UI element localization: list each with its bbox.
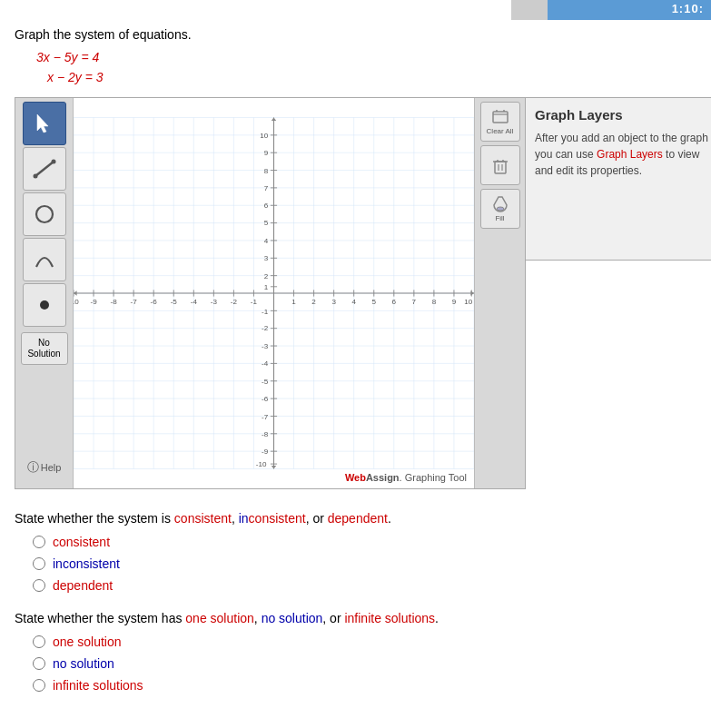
svg-text:-10: -10 bbox=[74, 297, 79, 305]
watermark-assign: Assign bbox=[366, 472, 400, 483]
svg-text:10: 10 bbox=[260, 132, 268, 140]
svg-text:-8: -8 bbox=[111, 297, 118, 305]
svg-text:-8: -8 bbox=[262, 429, 269, 438]
svg-point-145 bbox=[497, 207, 504, 211]
point-tool-button[interactable] bbox=[23, 283, 66, 327]
svg-line-1 bbox=[35, 162, 54, 176]
svg-text:-4: -4 bbox=[262, 359, 269, 368]
timer-text: 1:10: bbox=[672, 2, 704, 15]
radio-inconsistent[interactable] bbox=[33, 557, 45, 570]
radio-item-no-solution[interactable]: no solution bbox=[33, 656, 696, 671]
svg-text:7: 7 bbox=[264, 183, 269, 192]
right-panel: Clear All bbox=[474, 98, 525, 488]
timer-bar: 1:10: bbox=[511, 0, 711, 20]
below-section: State whether the system is consistent, … bbox=[15, 511, 696, 693]
watermark-web: Web bbox=[345, 472, 366, 483]
label-dependent[interactable]: dependent bbox=[53, 578, 113, 593]
graph-layers-highlight: Graph Layers bbox=[597, 148, 663, 161]
svg-text:9: 9 bbox=[264, 149, 269, 157]
svg-point-2 bbox=[33, 173, 37, 178]
svg-text:-10: -10 bbox=[256, 460, 267, 468]
clear-all-button[interactable]: Clear All bbox=[480, 102, 520, 142]
svg-text:-3: -3 bbox=[262, 342, 269, 350]
svg-text:10: 10 bbox=[464, 297, 472, 305]
svg-text:8: 8 bbox=[432, 297, 437, 305]
svg-text:-3: -3 bbox=[211, 297, 218, 305]
svg-text:2: 2 bbox=[311, 297, 316, 305]
no-solution-button[interactable]: NoSolution bbox=[21, 332, 68, 365]
radio-item-consistent[interactable]: consistent bbox=[33, 535, 696, 549]
radio-group-1: consistent inconsistent dependent bbox=[33, 535, 696, 593]
svg-text:5: 5 bbox=[372, 297, 377, 305]
help-label: Help bbox=[41, 462, 62, 473]
instruction-text: Graph the system of equations. bbox=[15, 27, 696, 42]
svg-text:6: 6 bbox=[264, 202, 269, 210]
svg-text:5: 5 bbox=[264, 219, 269, 227]
equation-2: x − 2y = 3 bbox=[47, 67, 696, 87]
radio-no-solution[interactable] bbox=[33, 657, 45, 670]
help-link[interactable]: ⓘ Help bbox=[27, 459, 62, 476]
radio-item-dependent[interactable]: dependent bbox=[33, 578, 696, 593]
svg-text:9: 9 bbox=[452, 297, 457, 305]
equation-1: 3x − 5y = 4 bbox=[36, 47, 696, 67]
svg-rect-139 bbox=[495, 162, 506, 173]
svg-point-3 bbox=[51, 159, 55, 163]
svg-text:-9: -9 bbox=[90, 297, 97, 305]
label-inconsistent[interactable]: inconsistent bbox=[53, 556, 120, 571]
svg-point-4 bbox=[36, 206, 53, 222]
svg-text:-4: -4 bbox=[191, 297, 198, 305]
svg-marker-0 bbox=[37, 114, 48, 133]
radio-item-one-solution[interactable]: one solution bbox=[33, 635, 696, 649]
svg-text:-5: -5 bbox=[171, 297, 178, 305]
svg-text:4: 4 bbox=[264, 237, 269, 245]
label-no-solution[interactable]: no solution bbox=[53, 656, 114, 671]
help-icon: ⓘ bbox=[27, 459, 39, 476]
svg-text:-5: -5 bbox=[262, 378, 269, 386]
svg-text:-2: -2 bbox=[231, 297, 238, 305]
fill-label: Fill bbox=[495, 214, 504, 222]
svg-text:-9: -9 bbox=[262, 448, 269, 456]
svg-text:8: 8 bbox=[264, 166, 269, 174]
watermark: WebAssign. Graphing Tool bbox=[345, 472, 467, 483]
svg-text:-1: -1 bbox=[251, 297, 258, 305]
graph-layers-title: Graph Layers bbox=[535, 107, 711, 123]
svg-text:-6: -6 bbox=[262, 395, 269, 403]
state-question-1: State whether the system is consistent, … bbox=[15, 511, 696, 526]
radio-consistent[interactable] bbox=[33, 536, 45, 548]
label-one-solution[interactable]: one solution bbox=[53, 635, 122, 649]
equation-block: 3x − 5y = 4 x − 2y = 3 bbox=[36, 47, 696, 88]
toolbar: NoSolution ⓘ Help bbox=[15, 98, 74, 488]
svg-text:-2: -2 bbox=[262, 324, 269, 332]
delete-button[interactable] bbox=[480, 145, 520, 185]
radio-group-2: one solution no solution infinite soluti… bbox=[33, 635, 696, 693]
graph-area[interactable]: -10 -9 -8 -7 -6 -5 -4 -3 bbox=[74, 98, 474, 488]
radio-dependent[interactable] bbox=[33, 579, 45, 592]
svg-text:1: 1 bbox=[264, 283, 269, 291]
svg-rect-135 bbox=[493, 112, 508, 123]
svg-text:-6: -6 bbox=[151, 297, 158, 305]
svg-text:3: 3 bbox=[331, 297, 336, 305]
svg-text:-7: -7 bbox=[131, 297, 138, 305]
state-question-2: State whether the system has one solutio… bbox=[15, 611, 696, 625]
radio-item-inconsistent[interactable]: inconsistent bbox=[33, 556, 696, 571]
select-tool-button[interactable] bbox=[23, 102, 66, 145]
svg-text:3: 3 bbox=[264, 254, 269, 262]
graphing-tool: NoSolution ⓘ Help bbox=[15, 97, 526, 489]
label-infinite-solutions[interactable]: infinite solutions bbox=[53, 678, 143, 693]
circle-tool-button[interactable] bbox=[23, 192, 66, 236]
svg-point-5 bbox=[40, 300, 49, 310]
graph-layers-panel: Graph Layers After you add an object to … bbox=[526, 97, 711, 261]
watermark-tool: . Graphing Tool bbox=[400, 472, 467, 483]
parabola-tool-button[interactable] bbox=[23, 238, 66, 281]
svg-text:2: 2 bbox=[264, 272, 269, 280]
svg-text:-7: -7 bbox=[262, 412, 269, 420]
svg-text:6: 6 bbox=[392, 297, 397, 305]
radio-item-infinite-solutions[interactable]: infinite solutions bbox=[33, 678, 696, 693]
svg-text:-1: -1 bbox=[262, 307, 269, 315]
radio-one-solution[interactable] bbox=[33, 635, 45, 648]
svg-text:7: 7 bbox=[412, 297, 417, 305]
line-tool-button[interactable] bbox=[23, 147, 66, 191]
fill-button[interactable]: Fill bbox=[480, 189, 520, 229]
radio-infinite-solutions[interactable] bbox=[33, 679, 45, 692]
label-consistent[interactable]: consistent bbox=[53, 535, 110, 549]
